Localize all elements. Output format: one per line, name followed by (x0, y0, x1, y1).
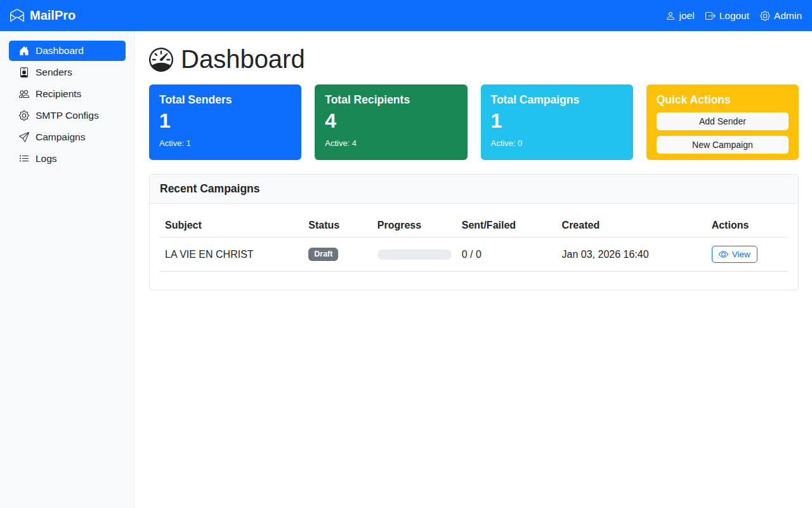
table-header-row: Subject Status Progress Sent/Failed Crea… (160, 214, 788, 237)
panel-title: Recent Campaigns (150, 175, 798, 204)
stat-value: 1 (159, 109, 291, 133)
admin-label: Admin (774, 10, 802, 22)
quick-actions-card: Quick Actions Add Sender New Campaign (646, 84, 799, 160)
person-badge-icon (19, 67, 29, 77)
column-header-subject: Subject (160, 214, 303, 237)
sidebar-item-dashboard[interactable]: Dashboard (9, 41, 126, 61)
sent-failed-value: 0 / 0 (457, 237, 557, 272)
table-row: LA VIE EN CHRIST Draft 0 / 0 Jan 03, 202… (160, 237, 788, 272)
view-button[interactable]: View (712, 246, 757, 263)
total-recipients-card: Total Recipients 4 Active: 4 (315, 84, 467, 160)
sidebar-item-smtp-configs[interactable]: SMTP Configs (9, 105, 126, 126)
campaign-subject: LA VIE EN CHRIST (160, 237, 303, 272)
stat-title: Total Senders (159, 93, 291, 107)
gear-icon (760, 11, 770, 21)
list-icon (19, 154, 29, 164)
sidebar-item-recipients[interactable]: Recipients (9, 84, 126, 104)
sidebar: Dashboard Senders Recipients SMTP Config… (0, 31, 135, 508)
logout-label: Logout (719, 10, 749, 22)
navbar-right: joel Logout Admin (665, 10, 802, 22)
sidebar-item-label: Dashboard (36, 45, 84, 57)
created-value: Jan 03, 2026 16:40 (557, 237, 707, 272)
sidebar-item-senders[interactable]: Senders (9, 62, 126, 83)
envelope-open-icon (10, 9, 24, 23)
user-menu[interactable]: joel (665, 10, 695, 22)
sidebar-item-label: Campaigns (36, 131, 85, 143)
page-title-text: Dashboard (181, 45, 305, 74)
total-senders-card: Total Senders 1 Active: 1 (149, 84, 301, 160)
campaigns-table: Subject Status Progress Sent/Failed Crea… (160, 214, 788, 272)
progress-bar (377, 250, 452, 260)
sidebar-item-campaigns[interactable]: Campaigns (9, 127, 126, 147)
stat-subtext: Active: 4 (325, 138, 457, 148)
box-arrow-right-icon (705, 11, 716, 21)
total-campaigns-card: Total Campaigns 1 Active: 0 (481, 84, 633, 160)
username: joel (679, 10, 695, 22)
main-content: Dashboard Total Senders 1 Active: 1 Tota… (135, 31, 812, 508)
column-header-status: Status (303, 214, 372, 237)
stat-subtext: Active: 0 (491, 138, 623, 148)
person-icon (665, 11, 676, 21)
top-navbar: MailPro joel Logout Admin (0, 0, 812, 31)
eye-icon (719, 250, 728, 259)
sidebar-item-label: Recipients (36, 88, 81, 100)
column-header-sent-failed: Sent/Failed (457, 214, 557, 237)
admin-link[interactable]: Admin (760, 10, 802, 22)
quick-actions-title: Quick Actions (657, 93, 789, 107)
speedometer-icon (149, 48, 173, 72)
page-title: Dashboard (149, 45, 799, 74)
sidebar-item-label: SMTP Configs (36, 110, 99, 121)
sidebar-item-label: Senders (36, 67, 72, 78)
view-button-label: View (732, 250, 750, 259)
status-badge: Draft (308, 248, 338, 261)
house-icon (19, 46, 29, 56)
stat-title: Total Campaigns (491, 93, 623, 107)
column-header-created: Created (557, 214, 707, 237)
add-sender-button[interactable]: Add Sender (657, 112, 789, 130)
gear-icon (19, 110, 29, 121)
sidebar-item-logs[interactable]: Logs (9, 149, 126, 169)
sidebar-item-label: Logs (36, 153, 57, 164)
stat-subtext: Active: 1 (159, 138, 291, 148)
column-header-actions: Actions (707, 214, 788, 237)
stat-cards-row: Total Senders 1 Active: 1 Total Recipien… (149, 84, 799, 160)
stat-value: 4 (325, 109, 457, 133)
send-icon (19, 132, 29, 142)
brand[interactable]: MailPro (10, 8, 75, 23)
column-header-progress: Progress (372, 214, 457, 237)
stat-title: Total Recipients (325, 93, 457, 107)
people-icon (19, 89, 29, 99)
new-campaign-button[interactable]: New Campaign (657, 136, 789, 154)
brand-name: MailPro (30, 8, 75, 23)
logout-link[interactable]: Logout (705, 10, 749, 22)
stat-value: 1 (491, 109, 623, 133)
recent-campaigns-panel: Recent Campaigns Subject Status Progress… (149, 174, 799, 290)
